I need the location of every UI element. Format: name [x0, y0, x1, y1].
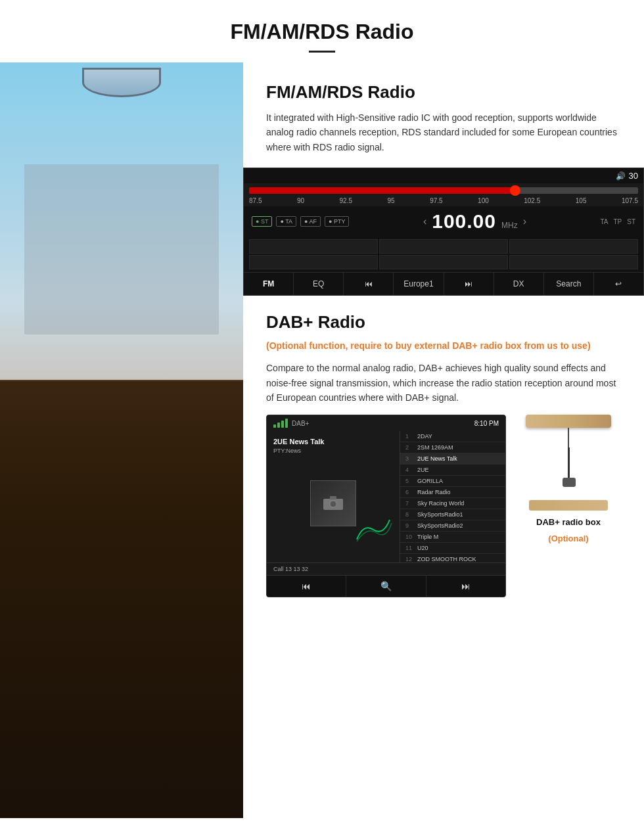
- station-item-12[interactable]: 12ZOD SMOOTH ROCK: [400, 554, 505, 562]
- svg-point-1: [330, 501, 336, 507]
- dab-section-title: DAB+ Radio: [266, 312, 621, 332]
- dab-station-name: 2UE News Talk: [273, 438, 324, 446]
- dab-call-text: Call 13 13 32: [273, 566, 308, 572]
- preset-4[interactable]: [249, 255, 378, 269]
- station-item-2[interactable]: 22SM 1269AM: [400, 442, 505, 453]
- freq-97-5: 97.5: [430, 197, 442, 204]
- volume-number: 30: [629, 171, 638, 181]
- station-item-3[interactable]: 32UE News Talk: [400, 453, 505, 465]
- preset-6[interactable]: [509, 255, 638, 269]
- pty-button[interactable]: ● PTY: [325, 216, 349, 227]
- fm-section: FM/AM/RDS Radio It integrated with High-…: [243, 62, 644, 168]
- st-right-button[interactable]: ST: [627, 218, 635, 225]
- frequency-unit: MHz: [501, 221, 518, 230]
- presets-grid: [244, 237, 643, 272]
- car-image-area: [0, 62, 243, 818]
- freq-87-5: 87.5: [249, 197, 262, 204]
- station-item-5[interactable]: 5GORILLA: [400, 476, 505, 487]
- frequency-display: ‹ 100.00 MHz ›: [356, 210, 593, 233]
- rearview-mirror: [82, 68, 161, 97]
- station-item-11[interactable]: 11U20: [400, 543, 505, 554]
- station-item-4[interactable]: 42UE: [400, 465, 505, 476]
- seek-handle[interactable]: [510, 185, 520, 196]
- seek-bar[interactable]: [249, 187, 638, 194]
- freq-95: 95: [388, 197, 395, 204]
- preset-5[interactable]: [379, 255, 508, 269]
- prev-button[interactable]: ⏮: [344, 273, 394, 295]
- freq-107-5: 107.5: [622, 197, 638, 204]
- tp-button[interactable]: TP: [613, 218, 622, 225]
- freq-92-5: 92.5: [340, 197, 352, 204]
- sig-bar-3: [281, 421, 284, 428]
- page-header: FM/AM/RDS Radio: [0, 0, 644, 62]
- dab-box-optional: (Optional): [548, 534, 588, 543]
- dab-left-panel: 2UE News Talk PTY:News: [267, 431, 400, 562]
- frequency-value: 100.00: [432, 210, 496, 233]
- dab-footer-controls: ⏮ 🔍 ⏭: [267, 575, 505, 597]
- svg-rect-2: [330, 496, 336, 499]
- eq-button[interactable]: EQ: [294, 273, 344, 295]
- preset-1[interactable]: [249, 239, 378, 254]
- freq-105: 105: [576, 197, 587, 204]
- radio-right-buttons: TA TP ST: [600, 218, 635, 225]
- dab-screenshot: DAB+ 8:10 PM 2UE News Talk PTY:News: [266, 415, 506, 597]
- dab-waves: [354, 516, 393, 543]
- dab-signal-bars: [273, 419, 288, 428]
- preset-2[interactable]: [379, 239, 508, 254]
- freq-prev-arrow[interactable]: ‹: [423, 216, 426, 227]
- station-item-6[interactable]: 6Radar Radio: [400, 487, 505, 498]
- station-item-9[interactable]: 9SkySportsRadio2: [400, 520, 505, 532]
- dx-button[interactable]: DX: [494, 273, 544, 295]
- dab-bottom-row: DAB+ 8:10 PM 2UE News Talk PTY:News: [266, 405, 621, 597]
- main-layout: FM/AM/RDS Radio It integrated with High-…: [0, 62, 644, 818]
- back-button[interactable]: ↩: [594, 273, 643, 295]
- europe1-button[interactable]: Europe1: [394, 273, 444, 295]
- dab-box-label: DAB+ radio box: [536, 517, 601, 527]
- page-title: FM/AM/RDS Radio: [13, 20, 631, 44]
- camera-icon: [323, 495, 343, 511]
- dab-thumbnail: [310, 480, 356, 526]
- dab-device-body: [526, 415, 611, 428]
- dab-next-button[interactable]: ⏭: [426, 576, 505, 597]
- dab-call-bar: Call 13 13 32: [267, 562, 505, 575]
- right-content: FM/AM/RDS Radio It integrated with High-…: [243, 62, 644, 818]
- freq-100: 100: [478, 197, 489, 204]
- dab-station-list: 12DAY 22SM 1269AM 32UE News Talk 42UE 5G…: [400, 431, 505, 562]
- ta-right-button[interactable]: TA: [600, 218, 608, 225]
- dab-pty: PTY:News: [273, 447, 301, 454]
- station-item-7[interactable]: 7Sky Racing World: [400, 498, 505, 509]
- station-item-1[interactable]: 12DAY: [400, 431, 505, 442]
- dab-header: DAB+ 8:10 PM: [267, 415, 505, 431]
- search-button[interactable]: Search: [544, 273, 594, 295]
- radio-button-group: ● ST ● TA ● AF ● PTY: [252, 216, 349, 227]
- seek-bar-area: [244, 183, 643, 195]
- sig-bar-1: [273, 424, 276, 428]
- sky-area: [0, 62, 243, 403]
- freq-102-5: 102.5: [524, 197, 540, 204]
- dab-label: DAB+: [292, 420, 309, 427]
- fm-section-title: FM/AM/RDS Radio: [266, 82, 621, 103]
- fm-button[interactable]: FM: [244, 273, 294, 295]
- radio-controls: ● ST ● TA ● AF ● PTY ‹ 100.00 MHz › TA T…: [244, 206, 643, 237]
- next-button[interactable]: ⏭: [444, 273, 494, 295]
- af-button[interactable]: ● AF: [300, 216, 321, 227]
- station-item-10[interactable]: 10Triple M: [400, 532, 505, 543]
- freq-90: 90: [297, 197, 304, 204]
- dab-search-button[interactable]: 🔍: [346, 576, 426, 597]
- radio-header: 🔊 30: [244, 168, 643, 183]
- preset-3[interactable]: [509, 239, 638, 254]
- station-item-8[interactable]: 8SkySportsRadio1: [400, 509, 505, 520]
- dab-prev-button[interactable]: ⏮: [267, 576, 346, 597]
- dab-antenna: [529, 500, 608, 511]
- dab-section: DAB+ Radio (Optional function, require t…: [243, 296, 644, 610]
- header-divider: [309, 51, 335, 53]
- radio-ui-screenshot: 🔊 30 87.5 90 92.5 95 97.5 100 102.5 105 …: [243, 168, 644, 296]
- dab-box-image: [522, 415, 614, 511]
- ta-button[interactable]: ● TA: [276, 216, 296, 227]
- radio-toolbar: FM EQ ⏮ Europe1 ⏭ DX Search ↩: [244, 272, 643, 295]
- dab-content: 2UE News Talk PTY:News: [267, 431, 505, 562]
- frequency-scale: 87.5 90 92.5 95 97.5 100 102.5 105 107.5: [244, 195, 643, 206]
- st-button[interactable]: ● ST: [252, 216, 272, 227]
- dab-box-area: DAB+ radio box (Optional): [516, 415, 621, 543]
- freq-next-arrow[interactable]: ›: [523, 216, 526, 227]
